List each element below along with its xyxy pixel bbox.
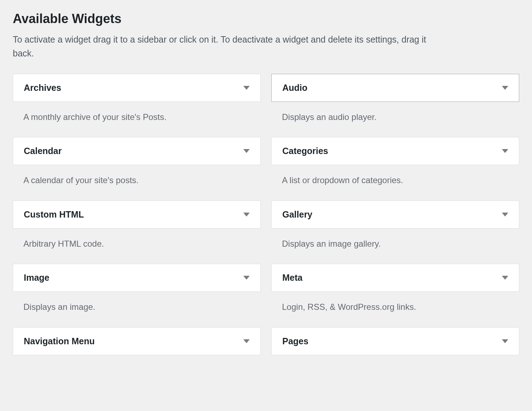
widget-description: Arbitrary HTML code. bbox=[13, 229, 261, 260]
widget-description: A calendar of your site's posts. bbox=[13, 165, 261, 196]
widget-item: Custom HTMLArbitrary HTML code. bbox=[13, 201, 261, 260]
widget-header[interactable]: Custom HTML bbox=[13, 201, 261, 229]
chevron-down-icon bbox=[243, 276, 250, 280]
widget-item: GalleryDisplays an image gallery. bbox=[271, 201, 519, 260]
widget-header[interactable]: Categories bbox=[271, 137, 519, 165]
widget-title: Pages bbox=[282, 336, 309, 346]
widget-header[interactable]: Pages bbox=[271, 327, 519, 355]
available-widgets-description: To activate a widget drag it to a sideba… bbox=[13, 33, 438, 60]
widget-title: Navigation Menu bbox=[24, 336, 95, 346]
chevron-down-icon bbox=[502, 213, 508, 217]
widget-title: Categories bbox=[282, 146, 328, 156]
chevron-down-icon bbox=[243, 339, 250, 343]
widget-header[interactable]: Image bbox=[13, 264, 261, 292]
widget-header[interactable]: Audio bbox=[271, 74, 519, 102]
widget-header[interactable]: Calendar bbox=[13, 137, 261, 165]
widget-item: Pages bbox=[271, 327, 519, 355]
widget-item: MetaLogin, RSS, & WordPress.org links. bbox=[271, 264, 519, 323]
chevron-down-icon bbox=[502, 86, 508, 90]
widget-description: A monthly archive of your site's Posts. bbox=[13, 102, 261, 133]
widget-item: CategoriesA list or dropdown of categori… bbox=[271, 137, 519, 196]
widget-description: A list or dropdown of categories. bbox=[271, 165, 519, 196]
chevron-down-icon bbox=[502, 339, 508, 343]
widget-header[interactable]: Gallery bbox=[271, 201, 519, 229]
available-widgets-heading: Available Widgets bbox=[13, 11, 519, 26]
chevron-down-icon bbox=[502, 149, 508, 153]
widget-header[interactable]: Navigation Menu bbox=[13, 327, 261, 355]
widget-description: Login, RSS, & WordPress.org links. bbox=[271, 292, 519, 323]
widget-item: CalendarA calendar of your site's posts. bbox=[13, 137, 261, 196]
widget-item: Navigation Menu bbox=[13, 327, 261, 355]
widget-description: Displays an audio player. bbox=[271, 102, 519, 133]
widget-title: Image bbox=[24, 273, 49, 283]
widget-title: Gallery bbox=[282, 209, 312, 220]
widget-title: Archives bbox=[24, 83, 61, 93]
widget-header[interactable]: Archives bbox=[13, 74, 261, 102]
widget-grid: ArchivesA monthly archive of your site's… bbox=[13, 74, 519, 360]
chevron-down-icon bbox=[243, 149, 250, 153]
widget-title: Calendar bbox=[24, 146, 62, 156]
chevron-down-icon bbox=[502, 276, 508, 280]
chevron-down-icon bbox=[243, 213, 250, 217]
widget-title: Meta bbox=[282, 273, 303, 283]
widget-title: Custom HTML bbox=[24, 209, 84, 220]
widget-item: ArchivesA monthly archive of your site's… bbox=[13, 74, 261, 133]
widget-header[interactable]: Meta bbox=[271, 264, 519, 292]
widget-description: Displays an image gallery. bbox=[271, 229, 519, 260]
widget-description: Displays an image. bbox=[13, 292, 261, 323]
widget-title: Audio bbox=[282, 83, 307, 93]
chevron-down-icon bbox=[243, 86, 250, 90]
widget-item: AudioDisplays an audio player. bbox=[271, 74, 519, 133]
widget-item: ImageDisplays an image. bbox=[13, 264, 261, 323]
